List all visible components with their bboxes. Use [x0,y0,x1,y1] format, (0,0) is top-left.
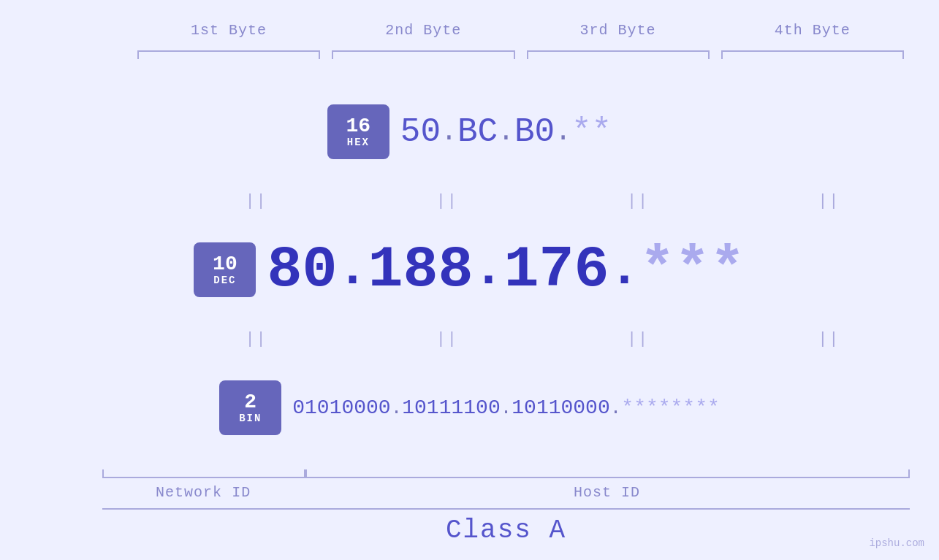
class-section: Class A [29,508,910,545]
bin-badge: 2 BIN [219,380,281,435]
bottom-section: Network ID Host ID [29,469,910,501]
hex-base-number: 16 [346,116,371,137]
hex-dot2: . [498,116,514,147]
bin-base-label: BIN [239,413,262,424]
hex-byte1: 50 [400,113,441,151]
main-container: 1st Byte 2nd Byte 3rd Byte 4th Byte 16 H… [0,0,939,560]
eq-sign-6: || [436,330,458,348]
dec-row: 10 DEC 80 . 188 . 176 . *** [194,212,745,328]
top-brackets [29,46,910,59]
hex-byte4: ** [571,113,612,151]
hex-values: 50 . BC . B0 . ** [400,113,612,151]
host-bracket [305,469,910,478]
bin-byte2: 10111100 [402,396,500,419]
byte-headers: 1st Byte 2nd Byte 3rd Byte 4th Byte [29,22,910,39]
bracket-byte1 [137,50,320,59]
byte1-header: 1st Byte [132,22,326,39]
bin-byte4: ******** [621,396,719,419]
eq-cell-2: || [366,192,528,210]
dec-dot1: . [337,241,368,299]
eq-sign-5: || [245,330,267,348]
bin-dot3: . [610,397,622,419]
dec-byte1: 80 [267,237,337,303]
dec-byte3: 176 [504,237,609,303]
dec-base-number: 10 [213,254,237,275]
eq-sign-1: || [245,192,267,210]
bin-values: 01010000 . 10111100 . 10110000 . *******… [292,396,720,419]
hex-dot1: . [441,116,457,147]
eq-row-hex-dec: || || || || [29,190,910,212]
eq-cell-6: || [366,330,528,348]
eq-sign-4: || [818,192,840,210]
dec-base-label: DEC [213,275,236,286]
eq-sign-8: || [818,330,840,348]
dec-byte4: *** [640,237,745,303]
bracket-byte2 [332,50,514,59]
hex-badge: 16 HEX [327,104,389,159]
dec-values: 80 . 188 . 176 . *** [267,237,745,303]
bin-byte3: 10110000 [512,396,609,419]
bracket-byte3 [527,50,710,59]
eq-cell-1: || [175,192,337,210]
bin-dot2: . [501,397,512,419]
hex-dot3: . [555,116,571,147]
byte2-header: 2nd Byte [326,22,520,39]
eq-sign-7: || [627,330,649,348]
class-divider [102,508,910,510]
network-bracket [102,469,305,478]
watermark: ipshu.com [869,537,924,549]
hex-byte2: BC [457,113,498,151]
bracket-byte4 [721,50,904,59]
eq-cell-8: || [748,330,910,348]
eq-cell-7: || [558,330,719,348]
bin-base-number: 2 [244,392,256,413]
dec-badge: 10 DEC [194,242,256,297]
bin-row: 2 BIN 01010000 . 10111100 . 10110000 . *… [219,350,720,466]
host-id-label: Host ID [304,484,910,501]
byte4-header: 4th Byte [715,22,910,39]
dec-dot3: . [609,241,640,299]
bin-dot1: . [391,397,403,419]
class-label: Class A [102,515,910,545]
eq-cell-3: || [558,192,719,210]
eq-values-2: || || || || [175,330,910,348]
bottom-labels: Network ID Host ID [102,484,910,501]
eq-cell-5: || [175,330,337,348]
eq-sign-2: || [436,192,458,210]
hex-base-label: HEX [347,137,370,148]
network-id-label: Network ID [102,484,304,501]
eq-cell-4: || [748,192,910,210]
bin-byte1: 01010000 [292,396,390,419]
dec-dot2: . [473,241,503,299]
hex-byte3: B0 [514,113,555,151]
bottom-brackets [102,469,910,478]
dec-byte2: 188 [368,237,473,303]
hex-row: 16 HEX 50 . BC . B0 . ** [327,74,612,190]
eq-values-1: || || || || [175,192,910,210]
eq-row-dec-bin: || || || || [29,328,910,350]
byte3-header: 3rd Byte [521,22,715,39]
eq-sign-3: || [627,192,649,210]
